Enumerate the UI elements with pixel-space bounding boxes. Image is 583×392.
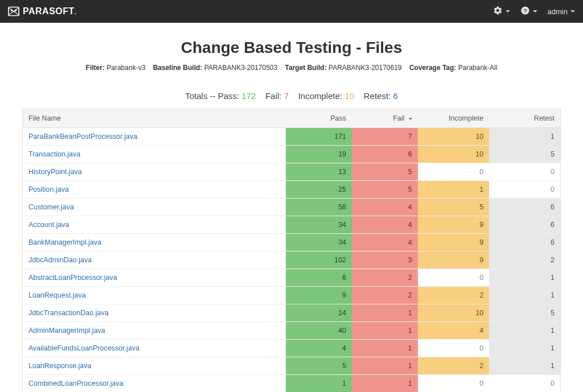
pass-cell: 5 <box>286 357 352 375</box>
incomplete-total-label: Incomplete: <box>298 91 343 101</box>
retest-total-value: 6 <box>393 91 397 101</box>
file-cell: Position.java <box>23 181 286 199</box>
fail-cell: 6 <box>352 146 418 163</box>
col-header-incomplete[interactable]: Incomplete <box>418 109 489 128</box>
fail-cell: 1 <box>352 340 418 357</box>
table-row: JdbcTransactionDao.java141105 <box>23 304 561 322</box>
chevron-down-icon <box>533 10 537 13</box>
svg-text:?: ? <box>523 7 527 14</box>
file-link[interactable]: CombinedLoanProcessor.java <box>28 379 124 387</box>
fail-cell: 4 <box>352 216 418 234</box>
totals-summary: Totals -- Pass: 172 Fail: 7 Incomplete: … <box>22 91 561 101</box>
table-row: AdminManagerImpl.java40141 <box>23 322 561 340</box>
file-link[interactable]: Account.java <box>28 221 69 229</box>
file-link[interactable]: AdminManagerImpl.java <box>28 327 105 335</box>
file-cell: Transaction.java <box>23 146 286 163</box>
fail-total-value: 7 <box>284 91 289 101</box>
gear-icon <box>493 6 503 17</box>
file-link[interactable]: ParaBankBeanPostProcessor.java <box>28 133 137 141</box>
file-cell: ParaBankBeanPostProcessor.java <box>23 128 286 146</box>
incomplete-cell: 10 <box>418 146 489 163</box>
user-label: admin <box>548 7 568 16</box>
fail-cell: 3 <box>352 251 418 269</box>
pass-cell: 9 <box>286 287 352 304</box>
file-cell: AdminManagerImpl.java <box>23 322 286 340</box>
pass-cell: 102 <box>286 251 352 269</box>
retest-cell: 6 <box>489 199 560 216</box>
table-row: LoanRequest.java9221 <box>23 287 561 304</box>
incomplete-cell: 10 <box>418 304 489 322</box>
incomplete-cell: 1 <box>418 181 489 199</box>
table-row: Position.java25510 <box>23 181 561 199</box>
col-header-retest[interactable]: Retest <box>489 109 560 128</box>
pass-cell: 58 <box>286 199 352 216</box>
sort-desc-icon <box>409 118 412 120</box>
retest-cell: 2 <box>489 251 560 269</box>
incomplete-cell: 9 <box>418 216 489 234</box>
retest-cell: 1 <box>489 357 560 375</box>
fail-cell: 4 <box>352 199 418 216</box>
incomplete-cell: 2 <box>418 357 489 375</box>
table-row: Transaction.java196105 <box>23 146 561 163</box>
table-row: Account.java34496 <box>23 216 561 234</box>
col-header-pass[interactable]: Pass <box>286 109 352 128</box>
navbar-right: ? admin <box>493 6 575 17</box>
file-link[interactable]: LoanRequest.java <box>28 291 86 299</box>
file-link[interactable]: HistoryPoint.java <box>28 168 82 176</box>
file-link[interactable]: Transaction.java <box>28 150 80 158</box>
fail-cell: 2 <box>352 269 418 287</box>
user-menu[interactable]: admin <box>548 7 575 16</box>
incomplete-cell: 9 <box>418 234 489 251</box>
file-cell: AvailableFundsLoanProcessor.java <box>23 340 286 357</box>
file-cell: BankManagerImpl.java <box>23 234 286 251</box>
incomplete-cell: 2 <box>418 287 489 304</box>
retest-cell: 1 <box>489 287 560 304</box>
target-value: PARABANK3-20170619 <box>329 64 402 72</box>
file-link[interactable]: AvailableFundsLoanProcessor.java <box>28 344 139 352</box>
coverage-value: Parabank-All <box>458 64 498 72</box>
coverage-label: Coverage Tag: <box>409 64 456 72</box>
file-cell: JdbcTransactionDao.java <box>23 304 286 322</box>
file-link[interactable]: BankManagerImpl.java <box>28 238 101 246</box>
fail-cell: 1 <box>352 322 418 340</box>
col-header-file[interactable]: File Name <box>23 109 286 128</box>
filter-label: Filter: <box>86 64 105 72</box>
chevron-down-icon <box>506 10 510 13</box>
filter-meta: Filter: Parabank-v3 Baseline Build: PARA… <box>22 64 561 72</box>
totals-prefix: Totals -- <box>185 91 215 101</box>
settings-menu[interactable] <box>493 6 510 17</box>
pass-cell: 171 <box>286 128 352 146</box>
retest-cell: 5 <box>489 304 560 322</box>
fail-total-label: Fail: <box>265 91 281 101</box>
fail-cell: 5 <box>352 163 418 181</box>
retest-cell: 0 <box>489 375 560 393</box>
pass-cell: 34 <box>286 216 352 234</box>
pass-cell: 1 <box>286 375 352 393</box>
table-row: HistoryPoint.java13500 <box>23 163 561 181</box>
file-link[interactable]: AbstractLoanProcessor.java <box>28 274 117 282</box>
file-link[interactable]: JdbcTransactionDao.java <box>28 309 109 317</box>
help-icon: ? <box>520 6 530 17</box>
retest-cell: 1 <box>489 128 560 146</box>
table-row: Customer.java58456 <box>23 199 561 216</box>
fail-cell: 1 <box>352 357 418 375</box>
table-row: BankManagerImpl.java34496 <box>23 234 561 251</box>
help-menu[interactable]: ? <box>520 6 537 17</box>
file-link[interactable]: LoanResponse.java <box>28 362 92 370</box>
file-link[interactable]: Customer.java <box>28 203 74 211</box>
pass-total-label: Pass: <box>218 91 240 101</box>
file-cell: LoanRequest.java <box>23 287 286 304</box>
pass-cell: 13 <box>286 163 352 181</box>
files-table: File Name Pass Fail Incomplete Retest Pa… <box>22 109 561 392</box>
retest-total-label: Retest: <box>364 91 391 101</box>
file-link[interactable]: Position.java <box>28 185 69 193</box>
brand[interactable]: PARASOFT. <box>8 6 77 16</box>
incomplete-cell: 9 <box>418 251 489 269</box>
retest-cell: 1 <box>489 322 560 340</box>
table-row: LoanResponse.java5121 <box>23 357 561 375</box>
col-header-fail-text: Fail <box>393 114 404 122</box>
file-link[interactable]: JdbcAdminDao.java <box>28 256 92 264</box>
col-header-fail[interactable]: Fail <box>352 109 418 128</box>
fail-cell: 7 <box>352 128 418 146</box>
pass-cell: 40 <box>286 322 352 340</box>
